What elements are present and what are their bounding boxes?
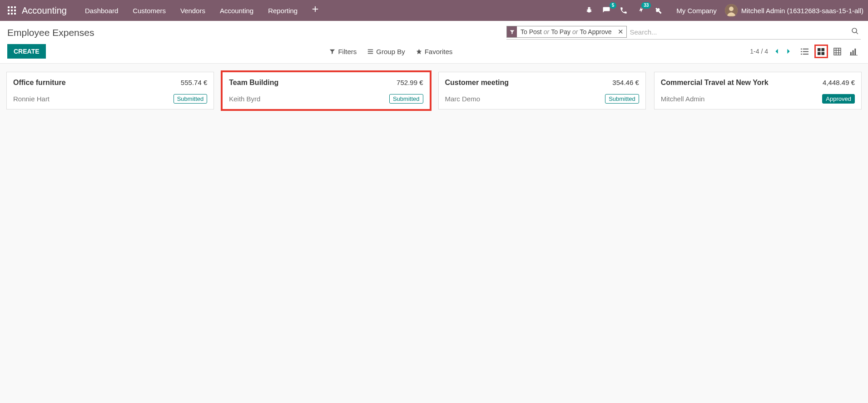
view-kanban-icon[interactable] xyxy=(814,45,828,58)
svg-rect-22 xyxy=(818,48,821,51)
expense-card[interactable]: Office furniture 555.74 € Ronnie Hart Su… xyxy=(6,72,214,109)
user-menu[interactable]: Mitchell Admin (16312683-saas-15-1-all) xyxy=(725,4,863,17)
app-title[interactable]: Accounting xyxy=(22,5,67,16)
expense-card[interactable]: Customer meeting 354.46 € Marc Demo Subm… xyxy=(438,72,646,109)
svg-rect-25 xyxy=(822,52,825,55)
card-title: Customer meeting xyxy=(445,79,509,87)
svg-rect-20 xyxy=(801,54,802,55)
star-icon xyxy=(416,49,422,55)
list-icon xyxy=(367,49,373,55)
filter-chip-remove-icon[interactable]: ✕ xyxy=(615,28,626,36)
view-graph-icon[interactable] xyxy=(847,45,861,58)
menu-dashboard[interactable]: Dashboard xyxy=(78,1,125,20)
chat-badge: 5 xyxy=(610,2,617,9)
svg-rect-26 xyxy=(834,48,841,55)
search-icon xyxy=(851,27,859,35)
svg-point-12 xyxy=(729,7,734,11)
svg-rect-3 xyxy=(8,10,10,11)
card-employee: Keith Byrd xyxy=(229,95,260,103)
filter-chip-text: To Post or To Pay or To Approve xyxy=(517,28,615,35)
svg-rect-18 xyxy=(801,51,802,52)
svg-rect-0 xyxy=(8,6,10,8)
expense-card[interactable]: Team Building 752.99 € Keith Byrd Submit… xyxy=(222,72,430,109)
kanban-board: Office furniture 555.74 € Ronnie Hart Su… xyxy=(0,64,868,118)
menu-accounting[interactable]: Accounting xyxy=(213,1,261,20)
expense-card[interactable]: Commercial Travel at New York 4,448.49 €… xyxy=(654,72,862,109)
svg-rect-10 xyxy=(312,9,318,10)
menu-vendors[interactable]: Vendors xyxy=(173,1,213,20)
svg-rect-21 xyxy=(803,54,808,55)
card-amount: 752.99 € xyxy=(397,79,423,86)
svg-rect-4 xyxy=(11,10,13,11)
avatar xyxy=(725,4,738,17)
svg-rect-23 xyxy=(822,48,825,51)
svg-rect-31 xyxy=(850,52,852,55)
svg-rect-17 xyxy=(803,48,808,49)
tools-icon[interactable] xyxy=(653,5,664,16)
svg-rect-24 xyxy=(818,52,821,55)
view-pivot-icon[interactable] xyxy=(831,45,844,58)
create-button[interactable]: CREATE xyxy=(7,44,46,59)
svg-rect-19 xyxy=(803,51,808,52)
debug-icon[interactable] xyxy=(584,5,595,16)
favorites-button[interactable]: Favorites xyxy=(416,48,453,55)
page-title: Employee Expenses xyxy=(7,27,94,38)
status-badge: Submitted xyxy=(174,94,208,104)
card-amount: 555.74 € xyxy=(181,79,207,86)
active-filter-chip[interactable]: To Post or To Pay or To Approve ✕ xyxy=(506,26,627,38)
company-switcher[interactable]: My Company xyxy=(676,7,716,15)
activity-icon[interactable]: 33 xyxy=(635,5,646,16)
card-title: Commercial Travel at New York xyxy=(661,79,769,87)
pager-next-icon[interactable] xyxy=(785,48,792,55)
svg-rect-13 xyxy=(368,49,373,50)
status-badge: Submitted xyxy=(605,94,639,104)
systray: 5 33 xyxy=(584,5,664,16)
svg-rect-16 xyxy=(801,48,802,49)
card-title: Office furniture xyxy=(13,79,66,87)
view-list-icon[interactable] xyxy=(798,45,812,58)
card-employee: Marc Demo xyxy=(445,95,481,103)
funnel-icon xyxy=(507,26,517,37)
card-amount: 4,448.49 € xyxy=(823,79,855,86)
svg-rect-2 xyxy=(14,6,16,8)
chat-icon[interactable]: 5 xyxy=(601,5,612,16)
pager: 1-4 / 4 xyxy=(750,48,792,55)
search-bar: To Post or To Pay or To Approve ✕ xyxy=(506,25,861,40)
status-badge: Approved xyxy=(822,94,855,104)
card-employee: Ronnie Hart xyxy=(13,95,50,103)
svg-rect-33 xyxy=(855,48,856,55)
user-name: Mitchell Admin (16312683-saas-15-1-all) xyxy=(741,7,863,15)
svg-rect-6 xyxy=(8,13,10,15)
svg-rect-7 xyxy=(11,13,13,15)
filter-toolbar: Filters Group By Favorites xyxy=(329,48,466,55)
svg-rect-15 xyxy=(368,53,373,54)
menu-customers[interactable]: Customers xyxy=(125,1,173,20)
status-badge: Submitted xyxy=(389,94,423,104)
pager-prev-icon[interactable] xyxy=(774,48,780,55)
card-employee: Mitchell Admin xyxy=(661,95,705,103)
control-panel: Employee Expenses To Post or To Pay or T… xyxy=(0,21,868,64)
card-title: Team Building xyxy=(229,79,278,87)
svg-rect-5 xyxy=(14,10,16,11)
card-amount: 354.46 € xyxy=(612,79,639,86)
funnel-icon xyxy=(329,49,335,55)
main-menu: Dashboard Customers Vendors Accounting R… xyxy=(78,1,326,20)
apps-menu-icon[interactable] xyxy=(5,3,19,18)
search-button[interactable] xyxy=(849,25,861,38)
pager-text: 1-4 / 4 xyxy=(750,48,768,55)
view-switcher xyxy=(798,45,861,58)
search-input[interactable] xyxy=(630,28,849,36)
svg-rect-8 xyxy=(14,13,16,15)
phone-icon[interactable] xyxy=(618,5,629,16)
filters-button[interactable]: Filters xyxy=(329,48,357,55)
activity-badge: 33 xyxy=(641,2,651,9)
menu-add-icon[interactable] xyxy=(305,1,326,20)
groupby-button[interactable]: Group By xyxy=(367,48,405,55)
menu-reporting[interactable]: Reporting xyxy=(261,1,305,20)
top-navbar: Accounting Dashboard Customers Vendors A… xyxy=(0,0,868,21)
svg-rect-1 xyxy=(11,6,13,8)
svg-rect-32 xyxy=(853,50,854,55)
svg-rect-14 xyxy=(368,51,373,52)
svg-rect-34 xyxy=(850,55,858,55)
